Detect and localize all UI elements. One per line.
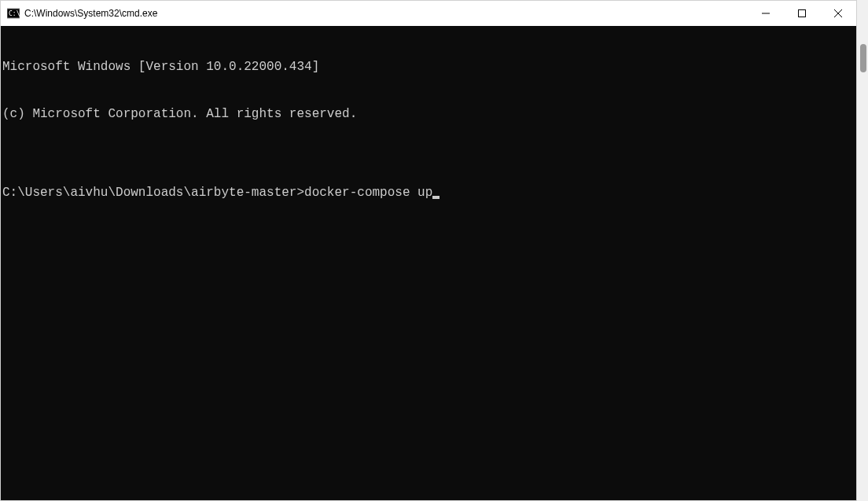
terminal-output-line: Microsoft Windows [Version 10.0.22000.43… [2, 59, 856, 75]
maximize-icon [798, 9, 806, 17]
command-text: docker-compose up [304, 185, 432, 201]
minimize-icon [762, 9, 770, 17]
window-title: C:\Windows\System32\cmd.exe [24, 8, 748, 19]
cmd-window: C:\ C:\Windows\System32\cmd.exe [0, 0, 857, 501]
minimize-button[interactable] [748, 1, 784, 26]
svg-text:C:\: C:\ [9, 10, 20, 17]
window-controls [748, 1, 856, 26]
cmd-icon: C:\ [7, 7, 20, 20]
prompt-text: C:\Users\aivhu\Downloads\airbyte-master> [2, 185, 304, 201]
scrollbar-thumb[interactable] [860, 44, 866, 72]
terminal-prompt-line: C:\Users\aivhu\Downloads\airbyte-master>… [2, 185, 856, 201]
scrollbar-track[interactable] [857, 0, 868, 501]
close-icon [834, 9, 842, 17]
svg-rect-3 [799, 10, 806, 17]
close-button[interactable] [820, 1, 856, 26]
terminal-output-line: (c) Microsoft Corporation. All rights re… [2, 106, 856, 122]
cursor [432, 196, 440, 199]
maximize-button[interactable] [784, 1, 820, 26]
terminal-area[interactable]: Microsoft Windows [Version 10.0.22000.43… [1, 26, 856, 500]
titlebar[interactable]: C:\ C:\Windows\System32\cmd.exe [1, 1, 856, 26]
